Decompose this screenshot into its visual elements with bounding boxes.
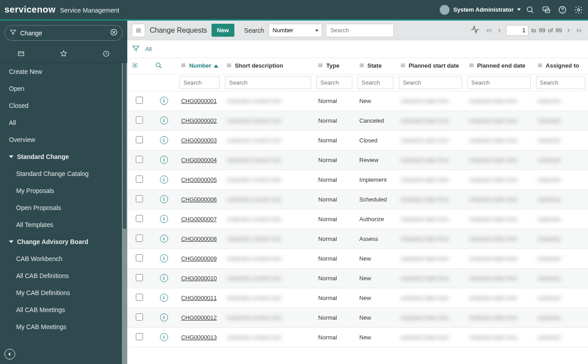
search-field-select[interactable]: Number [268,24,322,37]
nav-item[interactable]: All [0,114,127,131]
record-number-link[interactable]: CHG0000005 [181,176,217,183]
info-icon[interactable]: i [160,215,168,223]
clear-filter-icon[interactable] [110,28,118,38]
row-checkbox[interactable] [136,215,143,222]
col-state[interactable]: State [355,58,396,74]
record-number-link[interactable]: CHG0000007 [181,216,217,223]
filter-funnel-icon[interactable] [132,44,140,54]
col-number[interactable]: Number [177,58,222,74]
history-clock-icon[interactable] [101,49,111,59]
search-number[interactable] [179,77,220,89]
record-number-link[interactable]: CHG0000011 [181,295,217,301]
record-number-link[interactable]: CHG0000004 [181,157,217,163]
info-icon[interactable]: i [160,116,168,124]
cell-planned-start: redacted date time [401,137,449,144]
record-number-link[interactable]: CHG0000002 [181,117,217,124]
activity-stream-icon[interactable] [470,25,480,36]
record-number-link[interactable]: CHG0000006 [181,196,217,203]
record-number-link[interactable]: CHG0000003 [181,137,217,144]
all-apps-icon[interactable] [16,49,26,59]
info-icon[interactable]: i [160,333,168,341]
row-checkbox[interactable] [136,294,143,301]
favorites-star-icon[interactable] [59,49,69,59]
nav-item[interactable]: Open Proposals [0,199,127,216]
row-checkbox[interactable] [136,254,143,261]
search-state[interactable] [358,77,393,89]
record-number-link[interactable]: CHG0000010 [181,275,217,282]
brand-logo[interactable]: servicenow Service Management [4,4,119,15]
prev-page-icon[interactable] [495,26,503,34]
nav-item[interactable]: My CAB Meetings [0,318,127,335]
gear-icon[interactable] [574,5,584,15]
help-icon[interactable] [558,5,567,15]
page-current-input[interactable] [506,25,528,36]
info-icon[interactable]: i [160,195,168,203]
nav-item[interactable]: Create New [0,63,127,80]
col-type[interactable]: Type [314,58,355,74]
user-menu[interactable]: System Administrator [440,5,521,15]
breadcrumb-all[interactable]: All [145,46,151,52]
table-row: i CHG0000005 redacted content text Norma… [127,170,588,189]
row-checkbox[interactable] [136,176,143,183]
row-checkbox[interactable] [136,313,143,321]
row-checkbox[interactable] [136,235,143,242]
navigator-filter-input[interactable] [20,30,106,37]
row-checkbox[interactable] [136,195,143,202]
info-icon[interactable]: i [160,294,168,302]
row-checkbox[interactable] [136,156,143,163]
info-icon[interactable]: i [160,254,168,262]
nav-item[interactable]: Standard Change Catalog [0,165,127,182]
nav-item[interactable]: CAB Workbench [0,250,127,267]
nav-item[interactable]: Overview [0,131,127,148]
personalize-columns-icon[interactable] [131,64,139,71]
nav-item[interactable]: Open [0,80,127,97]
search-assigned-to[interactable] [536,77,585,89]
col-assigned-to[interactable]: Assigned to [533,58,588,74]
record-number-link[interactable]: CHG0000009 [181,255,217,262]
nav-item[interactable]: All Templates [0,216,127,233]
row-checkbox[interactable] [136,274,143,281]
nav-item[interactable]: All CAB Meetings [0,301,127,318]
col-short-description[interactable]: Short description [222,58,314,74]
nav-item[interactable]: Closed [0,97,127,114]
record-number-link[interactable]: CHG0000008 [181,236,217,242]
chat-icon[interactable] [541,5,551,15]
nav-item[interactable]: All CAB Definitions [0,267,127,284]
nav-item[interactable]: Standard Change [0,148,127,165]
info-icon[interactable]: i [160,176,168,184]
nav-item[interactable]: Change Advisory Board [0,233,127,250]
global-search-icon[interactable] [525,5,535,15]
info-icon[interactable]: i [160,136,168,144]
search-planned-end[interactable] [467,77,531,89]
record-number-link[interactable]: CHG0000001 [181,98,217,104]
col-planned-end[interactable]: Planned end date [465,58,533,74]
new-button[interactable]: New [212,24,234,37]
navigator-scrollbar[interactable] [122,63,127,364]
collapse-navigator-icon[interactable] [4,349,15,360]
info-icon[interactable]: i [160,97,168,105]
record-number-link[interactable]: CHG0000013 [181,334,217,341]
col-planned-start[interactable]: Planned start date [396,58,465,74]
first-page-icon[interactable] [484,26,493,34]
row-checkbox[interactable] [136,97,143,104]
record-number-link[interactable]: CHG0000012 [181,314,217,321]
info-icon[interactable]: i [160,274,168,282]
row-checkbox[interactable] [136,136,143,143]
next-page-icon[interactable] [565,26,573,34]
cell-assigned-to: redacted [538,137,561,144]
nav-item[interactable]: My CAB Definitions [0,284,127,301]
info-icon[interactable]: i [160,235,168,243]
toggle-column-search-icon[interactable] [155,64,163,71]
navigator-filter[interactable] [4,25,123,41]
search-short-desc[interactable] [225,77,311,89]
info-icon[interactable]: i [160,313,168,321]
search-planned-start[interactable] [399,77,462,89]
last-page-icon[interactable] [575,26,584,34]
search-type[interactable] [316,77,352,89]
info-icon[interactable]: i [160,156,168,164]
row-checkbox[interactable] [136,116,143,124]
nav-item[interactable]: My Proposals [0,182,127,199]
list-menu-icon[interactable] [132,24,145,37]
list-search-input[interactable] [327,24,394,37]
row-checkbox[interactable] [136,333,143,340]
